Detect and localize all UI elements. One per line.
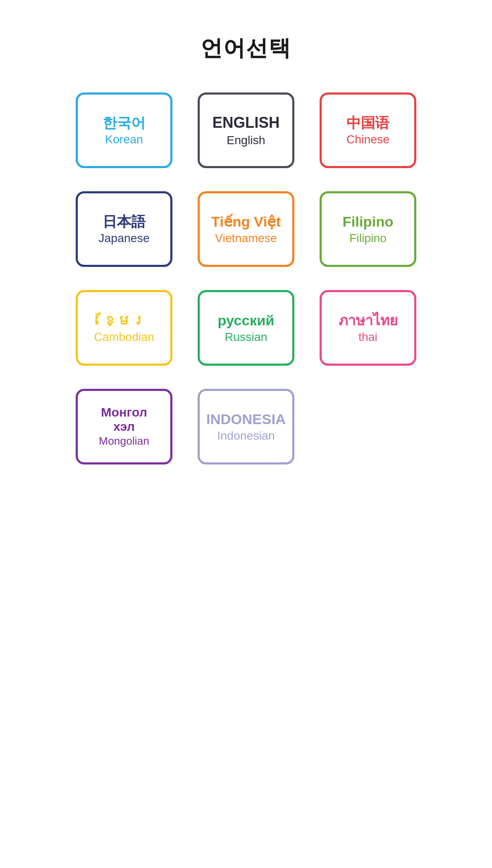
language-card-mongolian[interactable]: Монгол хэл Mongolian xyxy=(76,389,172,464)
language-card-chinese[interactable]: 中国语 Chinese xyxy=(320,92,416,168)
lang-english-thai: thai xyxy=(358,330,377,344)
language-card-thai[interactable]: ภาษาไทย thai xyxy=(320,290,416,366)
language-card-indonesian[interactable]: INDONESIA Indonesian xyxy=(198,389,294,464)
lang-english-cambodian: Cambodian xyxy=(94,330,154,344)
language-card-cambodian[interactable]: ខ្មែរ Cambodian xyxy=(76,290,172,366)
lang-native-japanese: 日本語 xyxy=(103,213,145,230)
language-grid: 한국어 Korean ENGLISH English 中国语 Chinese 日… xyxy=(55,92,437,464)
language-card-vietnamese[interactable]: Tiếng Việt Vietnamese xyxy=(198,191,294,267)
lang-native-mongolian-line2: хэл xyxy=(113,419,135,434)
lang-native-english: ENGLISH xyxy=(212,113,280,132)
lang-native-filipino: Filipino xyxy=(343,213,394,230)
lang-english-vietnamese: Vietnamese xyxy=(215,232,277,245)
lang-native-vietnamese: Tiếng Việt xyxy=(211,213,280,230)
language-card-filipino[interactable]: Filipino Filipino xyxy=(320,191,416,267)
lang-native-indonesian: INDONESIA xyxy=(206,411,286,428)
lang-english-russian: Russian xyxy=(225,330,267,344)
language-card-japanese[interactable]: 日本語 Japanese xyxy=(76,191,172,267)
lang-native-mongolian-line1: Монгол xyxy=(101,405,147,420)
lang-english-korean: Korean xyxy=(105,133,143,146)
lang-english-mongolian: Mongolian xyxy=(99,434,149,449)
lang-english-chinese: Chinese xyxy=(347,133,390,146)
lang-native-korean: 한국어 xyxy=(103,114,145,132)
lang-native-cambodian: ខ្មែរ xyxy=(103,312,146,329)
language-card-russian[interactable]: русский Russian xyxy=(198,290,294,366)
mongolian-text-group: Монгол хэл Mongolian xyxy=(99,405,149,449)
lang-english-indonesian: Indonesian xyxy=(217,429,275,443)
lang-native-russian: русский xyxy=(217,312,274,329)
lang-english-japanese: Japanese xyxy=(98,232,149,245)
lang-english-english: English xyxy=(227,134,265,147)
language-card-english[interactable]: ENGLISH English xyxy=(198,92,294,168)
lang-english-filipino: Filipino xyxy=(349,232,387,245)
lang-native-thai: ภาษาไทย xyxy=(339,312,398,329)
lang-native-chinese: 中国语 xyxy=(347,114,389,132)
language-card-korean[interactable]: 한국어 Korean xyxy=(76,92,172,168)
page-title: 언어선택 xyxy=(201,34,291,63)
